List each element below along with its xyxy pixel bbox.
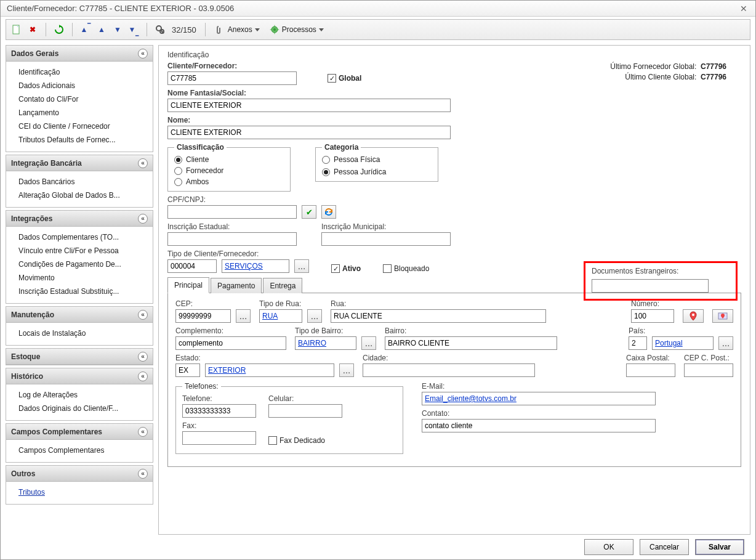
ativo-checkbox[interactable]: Ativo bbox=[331, 264, 361, 273]
sidebar-item-tributos-default[interactable]: Tributos Defaults de Fornec... bbox=[17, 133, 150, 147]
map-view-icon[interactable] bbox=[712, 309, 733, 323]
sidebar-group-manutencao: Manutenção « Locais de Instalação bbox=[6, 306, 153, 346]
radio-pessoa-juridica[interactable]: Pessoa Jurídica bbox=[322, 168, 432, 176]
lookup-tipo-icon[interactable]: … bbox=[294, 259, 309, 273]
sidebar-item-alteracao-global[interactable]: Alteração Global de Dados B... bbox=[17, 189, 150, 202]
tab-pagamento[interactable]: Pagamento bbox=[211, 278, 262, 293]
radio-cliente[interactable]: Cliente bbox=[174, 155, 284, 164]
collapse-icon[interactable]: « bbox=[138, 352, 148, 362]
sidebar-item-locais-instalacao[interactable]: Locais de Instalação bbox=[17, 327, 150, 340]
inscricao-estadual-input[interactable] bbox=[167, 232, 297, 246]
collapse-icon[interactable]: « bbox=[138, 49, 148, 59]
sidebar-item-identificacao[interactable]: Identificação bbox=[17, 65, 150, 79]
cancel-button[interactable]: Cancelar bbox=[640, 539, 689, 555]
sidebar-item-lancamento[interactable]: Lançamento bbox=[17, 106, 150, 120]
delete-icon[interactable]: ✖ bbox=[26, 23, 39, 36]
bloqueado-checkbox[interactable]: Bloqueado bbox=[383, 264, 429, 273]
documentos-estrangeiros-input[interactable] bbox=[592, 279, 709, 293]
nav-prev-icon[interactable]: ▲ bbox=[95, 23, 108, 36]
pais-code-input[interactable] bbox=[629, 336, 647, 350]
tipo-cli-for-desc-input[interactable] bbox=[222, 259, 289, 273]
search-icon[interactable] bbox=[153, 23, 167, 36]
ok-button[interactable]: OK bbox=[584, 539, 633, 555]
tipo-bairro-input[interactable] bbox=[295, 336, 356, 350]
refresh-icon[interactable] bbox=[52, 23, 66, 36]
sidebar-item-campos-complementares[interactable]: Campos Complementares bbox=[17, 444, 150, 457]
radio-fornecedor[interactable]: Fornecedor bbox=[174, 166, 284, 175]
tab-entrega[interactable]: Entrega bbox=[263, 278, 302, 293]
fax-input[interactable] bbox=[182, 431, 256, 445]
collapse-icon[interactable]: « bbox=[138, 214, 148, 224]
nav-last-icon[interactable]: ▼━ bbox=[127, 23, 140, 36]
caixa-postal-input[interactable] bbox=[626, 363, 675, 377]
cep-c-post-input[interactable] bbox=[684, 363, 733, 377]
radio-pessoa-fisica[interactable]: Pessoa Física bbox=[322, 155, 432, 164]
telefone-input[interactable] bbox=[182, 404, 256, 418]
lookup-pais-icon[interactable]: … bbox=[718, 336, 733, 350]
cidade-input[interactable] bbox=[363, 363, 535, 377]
rua-input[interactable] bbox=[331, 309, 546, 323]
close-icon[interactable]: ✕ bbox=[738, 3, 749, 14]
inscricao-municipal-input[interactable] bbox=[321, 232, 451, 246]
cep-input[interactable] bbox=[175, 309, 231, 323]
lookup-tipo-bairro-icon[interactable]: … bbox=[361, 336, 376, 350]
refresh-doc-icon[interactable] bbox=[321, 205, 336, 219]
lookup-tipo-rua-icon[interactable]: … bbox=[307, 309, 322, 323]
validate-icon[interactable]: ✔ bbox=[302, 205, 316, 219]
bairro-input[interactable] bbox=[385, 336, 557, 350]
sidebar-item-tributos[interactable]: Tributos bbox=[17, 485, 150, 499]
celular-input[interactable] bbox=[268, 404, 342, 418]
pais-name-input[interactable] bbox=[652, 336, 714, 350]
sidebar-item-dados-originais[interactable]: Dados Originais do Cliente/F... bbox=[17, 402, 150, 415]
collapse-icon[interactable]: « bbox=[138, 427, 148, 437]
nome-input[interactable] bbox=[167, 126, 451, 139]
tab-principal[interactable]: Principal bbox=[167, 277, 209, 293]
nav-next-icon[interactable]: ▼ bbox=[111, 23, 124, 36]
nav-first-icon[interactable]: ▲━ bbox=[79, 23, 92, 36]
tab-body-principal: CEP: … Tipo de Rua: … bbox=[167, 293, 741, 467]
fax-dedicado-checkbox[interactable]: Fax Dedicado bbox=[268, 436, 325, 445]
radio-ambos[interactable]: Ambos bbox=[174, 177, 284, 186]
sidebar-item-log-alteracoes[interactable]: Log de Alterações bbox=[17, 388, 150, 402]
collapse-icon[interactable]: « bbox=[138, 371, 148, 381]
estado-code-input[interactable] bbox=[175, 363, 200, 377]
lookup-estado-icon[interactable]: … bbox=[339, 363, 354, 377]
sidebar-head-outros[interactable]: Outros « bbox=[6, 466, 153, 482]
sidebar-item-ie-substituicao[interactable]: Inscrição Estadual Substituiç... bbox=[17, 285, 150, 298]
complemento-input[interactable] bbox=[175, 336, 286, 350]
attachments-dropdown[interactable]: Anexos bbox=[212, 23, 263, 36]
cpf-cnpj-input[interactable] bbox=[167, 205, 297, 219]
email-input[interactable] bbox=[422, 392, 656, 405]
sidebar-head-dados-gerais[interactable]: Dados Gerais « bbox=[6, 46, 153, 62]
estado-name-input[interactable] bbox=[205, 363, 334, 377]
processes-dropdown[interactable]: Processos bbox=[266, 23, 328, 36]
map-pin-icon[interactable] bbox=[683, 309, 704, 323]
sidebar-item-dados-adicionais[interactable]: Dados Adicionais bbox=[17, 79, 150, 92]
global-checkbox[interactable]: Global bbox=[328, 74, 361, 83]
sidebar-head-integracao-bancaria[interactable]: Integração Bancária « bbox=[6, 155, 153, 171]
sidebar-item-vinculo[interactable]: Vínculo entre Cli/For e Pessoa bbox=[17, 244, 150, 258]
nome-fantasia-input[interactable] bbox=[167, 99, 451, 112]
lookup-cep-icon[interactable]: … bbox=[236, 309, 251, 323]
collapse-icon[interactable]: « bbox=[138, 158, 148, 168]
save-button[interactable]: Salvar bbox=[695, 539, 744, 555]
new-icon[interactable] bbox=[10, 23, 23, 36]
collapse-icon[interactable]: « bbox=[138, 310, 148, 320]
sidebar-head-historico[interactable]: Histórico « bbox=[6, 368, 153, 384]
sidebar-item-dados-bancarios[interactable]: Dados Bancários bbox=[17, 175, 150, 189]
sidebar-head-campos-complementares[interactable]: Campos Complementares « bbox=[6, 424, 153, 440]
sidebar-head-estoque[interactable]: Estoque « bbox=[6, 349, 153, 365]
sidebar-item-condicoes-pagamento[interactable]: Condições de Pagamento De... bbox=[17, 258, 150, 271]
cliente-fornecedor-input[interactable] bbox=[167, 71, 297, 85]
sidebar-head-integracoes[interactable]: Integrações « bbox=[6, 211, 153, 227]
sidebar-item-movimento[interactable]: Movimento bbox=[17, 271, 150, 285]
sidebar-item-dados-complementares[interactable]: Dados Complementares (TO... bbox=[17, 230, 150, 244]
sidebar-head-manutencao[interactable]: Manutenção « bbox=[6, 307, 153, 323]
sidebar-item-contato[interactable]: Contato do Cli/For bbox=[17, 92, 150, 106]
numero-input[interactable] bbox=[631, 309, 674, 323]
contato-input[interactable] bbox=[422, 419, 656, 432]
tipo-rua-input[interactable] bbox=[259, 309, 302, 323]
tipo-cli-for-code-input[interactable] bbox=[167, 259, 217, 273]
collapse-icon[interactable]: « bbox=[138, 469, 148, 479]
sidebar-item-cei[interactable]: CEI do Cliente / Fornecedor bbox=[17, 120, 150, 133]
